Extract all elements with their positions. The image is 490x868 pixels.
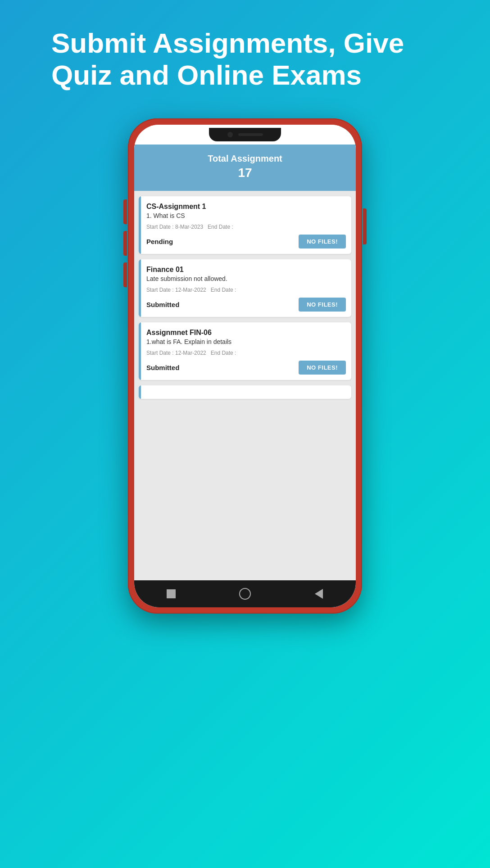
header-count: 17: [141, 166, 349, 180]
card-end-date-1: End Date :: [208, 224, 233, 230]
card-status-3: Submitted: [146, 364, 179, 371]
page-title: Submit Assignments, Give Quiz and Online…: [51, 27, 439, 91]
card-dates-1: Start Date : 8-Mar-2023 End Date :: [146, 224, 346, 230]
assignment-card-2: Finance 01 Late submission not allowed. …: [139, 259, 351, 317]
card-status-2: Submitted: [146, 301, 179, 308]
back-icon: [315, 589, 323, 599]
card-start-date-2: Start Date : 12-Mar-2022: [146, 287, 206, 293]
notch: [209, 128, 281, 141]
card-footer-1: Pending NO FILES!: [146, 235, 346, 249]
notch-bar: [134, 125, 356, 145]
assignment-card-partial: [139, 385, 351, 399]
back-button[interactable]: [311, 586, 327, 602]
card-status-1: Pending: [146, 238, 173, 245]
card-title-1: CS-Assignment 1: [146, 203, 346, 211]
card-start-date-3: Start Date : 12-Mar-2022: [146, 350, 206, 356]
card-end-date-3: End Date :: [211, 350, 236, 356]
home-icon: [239, 588, 251, 600]
phone-inner: Total Assignment 17 CS-Assignment 1 1. W…: [134, 125, 356, 607]
card-accent-partial: [139, 385, 141, 399]
no-files-button-2[interactable]: NO FILES!: [299, 298, 346, 312]
card-body-2: Finance 01 Late submission not allowed. …: [141, 259, 351, 317]
phone-outer: Total Assignment 17 CS-Assignment 1 1. W…: [128, 118, 362, 614]
app-header: Total Assignment 17: [134, 145, 356, 191]
assignment-card-3: Assignmnet FIN-06 1.what is FA. Explain …: [139, 322, 351, 380]
card-body-1: CS-Assignment 1 1. What is CS Start Date…: [141, 196, 351, 254]
stop-icon: [167, 589, 176, 598]
card-footer-2: Submitted NO FILES!: [146, 298, 346, 312]
card-dates-3: Start Date : 12-Mar-2022 End Date :: [146, 350, 346, 356]
card-desc-1: 1. What is CS: [146, 212, 346, 219]
notch-speaker: [238, 133, 263, 136]
card-desc-2: Late submission not allowed.: [146, 275, 346, 282]
card-end-date-2: End Date :: [211, 287, 236, 293]
card-title-3: Assignmnet FIN-06: [146, 329, 346, 337]
header-title: Total Assignment: [141, 154, 349, 164]
screen-content: Total Assignment 17 CS-Assignment 1 1. W…: [134, 145, 356, 607]
card-title-2: Finance 01: [146, 266, 346, 274]
assignment-card-1: CS-Assignment 1 1. What is CS Start Date…: [139, 196, 351, 254]
assignments-list[interactable]: CS-Assignment 1 1. What is CS Start Date…: [134, 191, 356, 580]
card-footer-3: Submitted NO FILES!: [146, 361, 346, 375]
stop-button[interactable]: [163, 586, 179, 602]
nav-bar: [134, 580, 356, 607]
card-start-date-1: Start Date : 8-Mar-2023: [146, 224, 203, 230]
no-files-button-1[interactable]: NO FILES!: [299, 235, 346, 249]
card-dates-2: Start Date : 12-Mar-2022 End Date :: [146, 287, 346, 293]
card-body-3: Assignmnet FIN-06 1.what is FA. Explain …: [141, 322, 351, 380]
no-files-button-3[interactable]: NO FILES!: [299, 361, 346, 375]
card-desc-3: 1.what is FA. Explain in details: [146, 338, 346, 345]
notch-camera: [227, 132, 233, 137]
phone-mockup: Total Assignment 17 CS-Assignment 1 1. W…: [128, 118, 362, 614]
home-button[interactable]: [237, 586, 253, 602]
